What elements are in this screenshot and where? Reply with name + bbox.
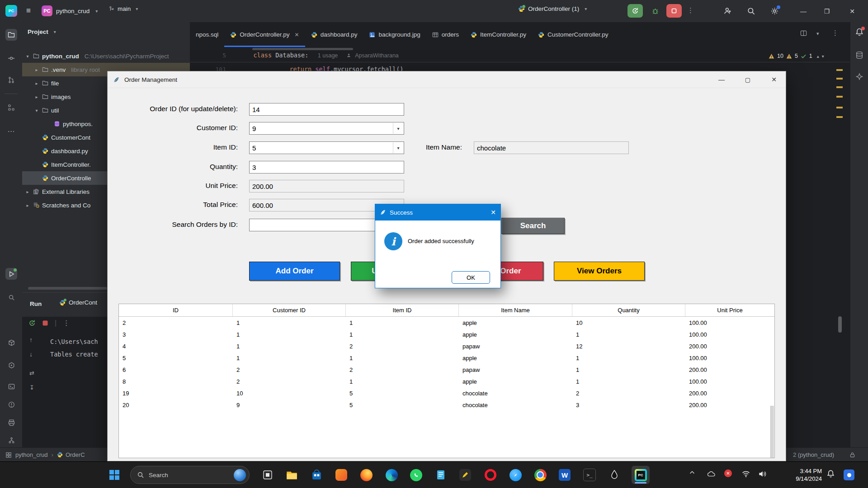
find-tool-icon[interactable] — [5, 291, 17, 303]
tree-item-python-crud[interactable]: ▾ python_crud C:\Users\sachi\PycharmProj… — [22, 49, 190, 63]
notepad-app-icon[interactable] — [432, 466, 450, 484]
unit-price-field[interactable]: 200.00 — [249, 180, 404, 192]
column-header-id[interactable]: ID — [119, 304, 233, 316]
pull-requests-tool-icon[interactable] — [5, 74, 17, 86]
quantity-input[interactable]: 3 — [249, 161, 404, 174]
order-id-input[interactable]: 14 — [249, 103, 404, 116]
orders-table-header[interactable]: ID Customer ID Item ID Item Name Quantit… — [119, 304, 774, 317]
version-control-tool-icon[interactable] — [5, 434, 17, 446]
horizontal-scrollbar[interactable] — [252, 48, 353, 50]
app-minimize-button[interactable]: — — [711, 76, 732, 83]
chevron-collapsed-icon[interactable]: ▸ — [34, 94, 39, 99]
code-with-me-icon[interactable] — [723, 7, 732, 15]
word-app-icon[interactable]: W — [556, 466, 574, 484]
python-packages-tool-icon[interactable] — [5, 337, 17, 348]
scroll-to-end-icon[interactable]: ↧ — [29, 384, 34, 391]
interpreter-label[interactable]: 2 (python_crud) — [793, 451, 834, 458]
app-maximize-button[interactable]: ▢ — [737, 76, 758, 83]
tab-list-chevron-icon[interactable]: ▾ — [816, 31, 819, 37]
table-row[interactable]: 6 2 2 papaw 1 200.00 — [119, 364, 774, 375]
column-header-customer-id[interactable]: Customer ID — [233, 304, 346, 316]
column-header-quantity[interactable]: Quantity — [572, 304, 685, 316]
chevron-expanded-icon[interactable]: ▾ — [25, 54, 30, 59]
problems-tool-icon[interactable] — [5, 399, 17, 410]
notification-bell-icon[interactable] — [826, 469, 835, 478]
tab-dashboard[interactable]: dashboard.py — [305, 22, 363, 47]
editor-pen-app-icon[interactable] — [456, 466, 474, 484]
tray-red-badge-icon[interactable]: ✕ — [724, 469, 732, 477]
pycharm-app-icon-active[interactable]: PC — [632, 466, 650, 484]
compass-browser-app-icon[interactable] — [506, 466, 524, 484]
chrome-app-icon[interactable] — [531, 466, 549, 484]
task-view-app-icon[interactable] — [259, 466, 277, 484]
git-branch-widget[interactable]: main ▾ — [108, 5, 138, 12]
tab-itemcontroller[interactable]: ItemController.py — [465, 22, 532, 47]
tab-background-jpg[interactable]: background.jpg — [363, 22, 426, 47]
window-minimize-button[interactable]: — — [793, 0, 814, 22]
tab-customercontroller[interactable]: CustomerController.py — [532, 22, 614, 47]
window-restore-button[interactable]: ❐ — [816, 0, 837, 22]
volume-icon[interactable] — [758, 469, 767, 479]
app-title-bar[interactable]: Order Management — ▢ ✕ — [108, 71, 786, 88]
rerun-icon[interactable] — [28, 319, 36, 327]
view-orders-button[interactable]: View Orders — [554, 262, 645, 281]
table-row[interactable]: 19 10 5 chocolate 2 200.00 — [119, 387, 774, 399]
customer-id-combobox[interactable]: 9 ▾ — [249, 122, 404, 135]
more-tools-icon[interactable]: ⋯ — [5, 125, 17, 137]
file-explorer-app-icon[interactable] — [283, 466, 301, 484]
table-scrollbar[interactable] — [770, 406, 774, 458]
database-tool-icon[interactable] — [855, 51, 863, 59]
chevron-collapsed-icon[interactable]: ▸ — [25, 189, 30, 194]
project-horizontal-scrollbar[interactable] — [28, 287, 107, 290]
dialog-close-icon[interactable]: ✕ — [491, 209, 496, 216]
opera-app-icon[interactable] — [481, 466, 500, 484]
clock-widget[interactable]: 3:44 PM 9/14/2024 — [782, 467, 822, 483]
table-row[interactable]: 5 1 1 apple 1 100.00 — [119, 352, 774, 364]
chevron-down-icon[interactable]: ▾ — [393, 123, 403, 134]
terminal-tool-icon[interactable] — [5, 380, 17, 392]
tab-ordercontroller[interactable]: OrderController.py✕ — [224, 22, 305, 47]
project-tool-icon[interactable] — [5, 29, 17, 41]
stop-button[interactable] — [666, 4, 682, 18]
author-hint[interactable]: ApsaraWitharana — [355, 52, 399, 59]
run-tool-icon[interactable] — [5, 268, 17, 280]
tray-blue-app-icon[interactable] — [844, 469, 854, 480]
whatsapp-app-icon[interactable] — [407, 466, 425, 484]
chevron-collapsed-icon[interactable]: ▸ — [34, 67, 39, 72]
project-widget[interactable]: PC python_crud ▾ — [42, 5, 98, 16]
rerun-button[interactable] — [627, 4, 643, 18]
tab-orders[interactable]: orders — [426, 22, 465, 47]
debug-button[interactable] — [647, 4, 663, 18]
project-grid-icon[interactable] — [5, 452, 12, 458]
print-tool-icon[interactable] — [5, 417, 17, 428]
chevron-down-icon[interactable]: ▾ — [393, 142, 403, 153]
main-menu-icon[interactable]: ≡ — [26, 6, 31, 15]
dialog-title-bar[interactable]: Success ✕ — [375, 204, 500, 221]
onedrive-cloud-icon[interactable] — [706, 469, 716, 479]
settings-gear-icon[interactable] — [770, 7, 779, 15]
more-actions-icon[interactable]: ⋮ — [687, 6, 694, 14]
orange-app-icon[interactable] — [332, 466, 350, 484]
lock-icon[interactable] — [849, 452, 855, 458]
chevron-expanded-icon[interactable]: ▾ — [34, 108, 39, 113]
tab-pythonpos-sql[interactable]: npos.sql — [190, 22, 224, 47]
table-row[interactable]: 20 9 5 chocolate 3 200.00 — [119, 399, 774, 411]
next-issue-icon[interactable]: ▾ — [822, 54, 824, 59]
firefox-app-icon[interactable] — [357, 466, 375, 484]
tray-overflow-chevron-icon[interactable] — [689, 469, 695, 476]
app-close-button[interactable]: ✕ — [764, 76, 784, 83]
table-row[interactable]: 4 1 2 papaw 12 200.00 — [119, 340, 774, 352]
scroll-up-icon[interactable]: ↑ — [29, 336, 33, 343]
split-editor-icon[interactable] — [800, 30, 807, 37]
drop-app-icon[interactable] — [605, 466, 623, 484]
column-header-item-id[interactable]: Item ID — [346, 304, 459, 316]
window-close-button[interactable]: ✕ — [842, 0, 863, 22]
table-row[interactable]: 3 1 1 apple 1 100.00 — [119, 328, 774, 340]
microsoft-store-app-icon[interactable] — [307, 466, 326, 484]
vertical-scrollbar[interactable] — [838, 316, 842, 333]
console-app-icon[interactable]: >_ — [580, 466, 599, 484]
prev-issue-icon[interactable]: ▴ — [817, 54, 819, 59]
search-everywhere-icon[interactable] — [747, 7, 755, 15]
column-header-unit-price[interactable]: Unit Price — [685, 304, 774, 316]
ok-button[interactable]: OK — [452, 271, 490, 284]
